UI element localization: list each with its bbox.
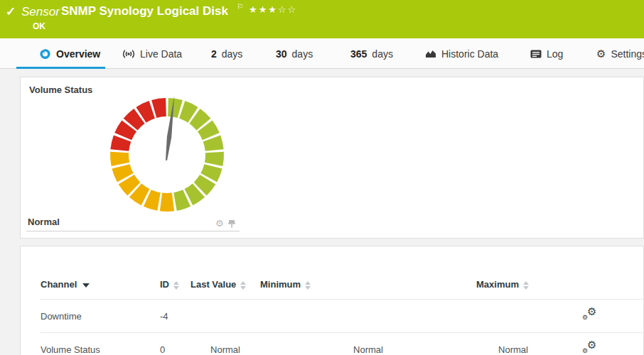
cell-maximum [476, 300, 550, 333]
column-header-last_value[interactable]: Last Value [190, 246, 260, 300]
tab-label: days [222, 48, 243, 60]
cell-minimum: Normal [260, 333, 476, 355]
cell-id: -4 [160, 300, 190, 333]
tab-number: 2 [211, 48, 217, 60]
tab-label: Live Data [140, 48, 182, 60]
sensor-title: SNMP Synology Logical Disk [61, 4, 228, 18]
tab-label: days [372, 48, 393, 60]
gear-icon[interactable]: ⚙ [215, 218, 224, 229]
channel-table-panel: ChannelIDLast ValueMinimumMaximum Downti… [20, 246, 644, 355]
sort-icon [305, 281, 311, 290]
gauge-icon [39, 48, 51, 59]
sort-icon [173, 281, 179, 290]
status-check-icon: ✓ [6, 4, 16, 19]
tab-overview[interactable]: Overview [39, 38, 100, 69]
sort-icon [240, 281, 246, 290]
live-icon [122, 49, 135, 59]
column-header-actions [550, 246, 643, 300]
tab-label: days [292, 48, 313, 60]
priority-stars[interactable]: ★★★☆☆ [249, 4, 297, 15]
tab-bar: OverviewLive Data2days30days365daysHisto… [0, 38, 644, 69]
column-header-maximum[interactable]: Maximum [476, 246, 550, 300]
cell-id: 0 [160, 333, 190, 355]
tab-live-data[interactable]: Live Data [122, 38, 182, 69]
tab-historic-data[interactable]: Historic Data [425, 38, 498, 69]
object-type-label: Sensor [21, 5, 60, 19]
tab-label: Overview [56, 48, 100, 60]
flag-icon[interactable]: ⚐ [237, 2, 244, 11]
log-icon [530, 50, 542, 58]
tab-label: Log [547, 48, 563, 60]
channel-settings-icon[interactable]: ⚙⚙ [582, 308, 599, 322]
table-row: Volume Status0NormalNormalNormal⚙⚙ [41, 333, 643, 355]
cell-last_value: Normal [190, 333, 260, 355]
status-badge: OK [33, 21, 45, 31]
tab-365-days[interactable]: 365days [350, 38, 393, 69]
tab-2-days[interactable]: 2days [211, 38, 242, 69]
tab-label: Settings [611, 48, 644, 60]
gear-icon: ⚙ [596, 48, 606, 59]
gauge-divider [26, 231, 240, 231]
gauge-title: Volume Status [29, 84, 92, 95]
gauge-value-label: Normal [28, 217, 60, 227]
column-header-id[interactable]: ID [160, 246, 190, 300]
tab-label: Historic Data [441, 48, 498, 60]
tab-number: 365 [350, 48, 367, 60]
volume-status-gauge [96, 84, 238, 226]
column-header-minimum[interactable]: Minimum [260, 246, 476, 300]
cell-minimum [260, 300, 476, 333]
sensor-status-header: ✓ Sensor SNMP Synology Logical Disk ⚐ ★★… [0, 0, 644, 38]
channel-settings-icon[interactable]: ⚙⚙ [582, 342, 599, 355]
cell-last_value [190, 300, 260, 333]
sensor-overview-page: ✓ Sensor SNMP Synology Logical Disk ⚐ ★★… [0, 0, 644, 355]
cell-channel[interactable]: Volume Status [41, 333, 160, 355]
cell-channel[interactable]: Downtime [41, 300, 160, 333]
tab-log[interactable]: Log [530, 38, 563, 69]
column-header-channel[interactable]: Channel [41, 246, 160, 300]
cell-maximum: Normal [476, 333, 550, 355]
pin-icon[interactable] [228, 219, 235, 228]
chart-icon [425, 49, 436, 58]
tab-number: 30 [276, 48, 287, 60]
gauge-tools: ⚙ [215, 218, 235, 229]
sort-icon [523, 281, 529, 290]
table-row: Downtime-4⚙⚙ [41, 300, 643, 333]
channel-table: ChannelIDLast ValueMinimumMaximum Downti… [41, 246, 643, 355]
tab-30-days[interactable]: 30days [276, 38, 313, 69]
sort-caret-icon [82, 283, 90, 288]
tab-settings[interactable]: ⚙Settings [596, 38, 644, 69]
gauge-panel: Volume Status Normal ⚙ [20, 77, 644, 239]
